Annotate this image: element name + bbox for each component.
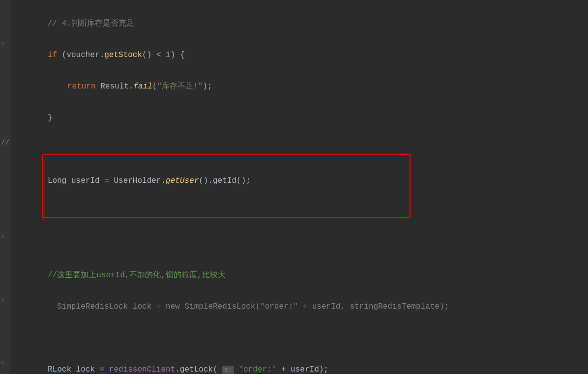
- editor-gutter: ⊘ // ⊘ ⊘ ⊘: [0, 0, 11, 374]
- code-text: ().getId();: [199, 176, 251, 185]
- code-comment: // 4.判断库存是否充足: [48, 19, 134, 28]
- method-call: fail: [133, 82, 152, 91]
- code-editor[interactable]: // 4.判断库存是否充足 if (voucher.getStock() < 1…: [11, 0, 588, 374]
- gutter-marker-icon: ⊘: [1, 38, 4, 50]
- code-comment: //这里要加上userId,不加的化,锁的粒度,比较大: [48, 271, 226, 280]
- code-text: (: [57, 51, 66, 59]
- code-text: RLock lock =: [48, 365, 109, 374]
- code-text: (: [152, 82, 157, 91]
- commented-code: [48, 302, 57, 311]
- code-text: [96, 82, 101, 91]
- gutter-marker-icon: ⊘: [1, 294, 4, 306]
- method-call: getStock: [104, 51, 142, 59]
- keyword: if: [48, 51, 57, 59]
- code-text: );: [203, 82, 212, 91]
- gutter-marker-icon: ⊘: [1, 231, 4, 243]
- method-call: getUser: [166, 176, 199, 185]
- parameter-hint: s:: [222, 366, 234, 374]
- number-literal: 1: [166, 51, 171, 59]
- code-text: .: [129, 82, 134, 91]
- string-literal: "库存不足!": [157, 82, 203, 91]
- code-text: + userId);: [276, 365, 328, 374]
- string-literal: "order:": [239, 365, 277, 374]
- operator: <: [151, 51, 166, 59]
- gutter-marker-icon: ⊘: [1, 357, 4, 369]
- field-ref: redissonClient: [109, 365, 175, 374]
- code-text: ) {: [171, 51, 185, 59]
- commented-code: SimpleRedisLock lock = new SimpleRedisLo…: [57, 302, 449, 311]
- code-text: .getLock(: [175, 365, 217, 374]
- gutter-comment-marker: //: [0, 136, 11, 149]
- keyword: return: [67, 82, 96, 91]
- identifier: voucher: [66, 51, 99, 59]
- code-text: (): [142, 51, 151, 59]
- code-text: .: [100, 51, 105, 59]
- code-text: Long userId = UserHolder.: [48, 176, 166, 185]
- identifier: Result: [100, 82, 129, 91]
- brace: }: [48, 114, 53, 122]
